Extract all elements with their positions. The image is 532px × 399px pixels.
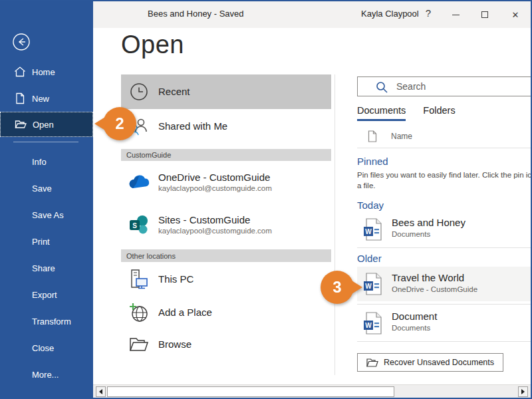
browse-folder-icon bbox=[128, 333, 150, 356]
this-pc-icon bbox=[128, 268, 150, 291]
place-recent[interactable]: Recent bbox=[121, 74, 331, 109]
new-document-icon bbox=[13, 92, 27, 105]
minimize-button[interactable] bbox=[444, 1, 467, 28]
sidebar-item-open-selected[interactable]: Open bbox=[0, 112, 93, 137]
page-title: Open bbox=[121, 31, 184, 59]
place-label: Browse bbox=[158, 338, 192, 350]
callout-badge-3: 3 bbox=[321, 269, 364, 305]
sharepoint-icon: S bbox=[128, 213, 150, 236]
scroll-right-button[interactable] bbox=[518, 386, 528, 397]
place-label: Add a Place bbox=[158, 307, 212, 319]
svg-text:W: W bbox=[365, 322, 372, 329]
place-browse[interactable]: Browse bbox=[121, 330, 331, 359]
open-folder-icon bbox=[14, 118, 27, 131]
divider bbox=[357, 341, 531, 342]
sidebar-item-print[interactable]: Print bbox=[0, 229, 93, 255]
place-this-pc[interactable]: This PC bbox=[121, 265, 331, 294]
sidebar-item-label: Home bbox=[32, 67, 55, 77]
svg-text:S: S bbox=[132, 222, 137, 229]
help-button[interactable]: ? bbox=[420, 7, 436, 19]
column-header-row[interactable]: Name bbox=[357, 130, 531, 144]
document-page-icon bbox=[367, 130, 378, 142]
recover-unsaved-documents-button[interactable]: Recover Unsaved Documents bbox=[357, 353, 503, 372]
svg-text:3: 3 bbox=[332, 278, 341, 296]
sidebar-item-save-as[interactable]: Save As bbox=[0, 202, 93, 229]
titlebar: Bees and Honey - Saved Kayla Claypool ? … bbox=[93, 1, 531, 28]
place-label: Shared with Me bbox=[158, 120, 227, 132]
place-subtitle: kaylaclaypool@customguide.com bbox=[158, 226, 272, 235]
divider bbox=[357, 247, 531, 248]
file-location: Documents bbox=[392, 324, 430, 332]
file-name: Document bbox=[392, 311, 437, 322]
backstage-sidebar: Home New Open Info Save Save As Print Sh… bbox=[0, 1, 93, 398]
account-user-name[interactable]: Kayla Claypool bbox=[361, 9, 419, 19]
section-heading-older: Older bbox=[357, 253, 531, 264]
svg-text:W: W bbox=[365, 283, 372, 290]
place-shared-with-me[interactable]: Shared with Me bbox=[121, 109, 331, 144]
sidebar-item-export[interactable]: Export bbox=[0, 282, 93, 309]
file-location: Documents bbox=[392, 230, 430, 238]
svg-text:2: 2 bbox=[115, 114, 124, 132]
files-panel: Documents Folders Name Pinned Pin files … bbox=[357, 76, 531, 372]
place-title: Sites - CustomGuide bbox=[158, 214, 272, 226]
sidebar-item-home[interactable]: Home bbox=[0, 60, 93, 84]
sidebar-separator bbox=[13, 142, 78, 142]
search-input[interactable] bbox=[396, 77, 531, 96]
sidebar-item-close[interactable]: Close bbox=[0, 335, 93, 362]
recover-folder-icon bbox=[366, 358, 378, 368]
file-row-travel-the-world[interactable]: W Travel the World OneDrive - CustomGuid… bbox=[357, 267, 531, 301]
place-sites[interactable]: S Sites - CustomGuide kaylaclaypool@cust… bbox=[121, 209, 331, 241]
files-tabs: Documents Folders bbox=[357, 105, 531, 121]
maximize-icon bbox=[481, 11, 488, 18]
sidebar-item-label: Open bbox=[33, 120, 54, 130]
backstage-main: Open Recent Shared with Me bbox=[93, 28, 531, 398]
scroll-right-icon bbox=[521, 389, 525, 394]
scroll-left-button[interactable] bbox=[96, 386, 106, 397]
word-document-icon: W bbox=[362, 312, 384, 334]
sidebar-item-new[interactable]: New bbox=[0, 86, 93, 110]
search-icon bbox=[375, 80, 388, 94]
panel-divider bbox=[334, 74, 335, 375]
add-place-globe-icon bbox=[128, 301, 150, 324]
scrollbar-thumb[interactable] bbox=[107, 386, 394, 397]
horizontal-scrollbar bbox=[93, 384, 531, 398]
tab-folders[interactable]: Folders bbox=[423, 105, 455, 121]
file-row-document[interactable]: W Document Documents bbox=[357, 308, 531, 338]
svg-text:W: W bbox=[365, 228, 372, 235]
group-header-other-locations: Other locations bbox=[121, 249, 331, 262]
place-label: This PC bbox=[158, 273, 194, 285]
place-subtitle: kaylaclaypool@customguide.com bbox=[158, 184, 272, 193]
section-heading-pinned: Pinned bbox=[357, 156, 531, 167]
maximize-button[interactable] bbox=[473, 1, 496, 28]
place-title: OneDrive - CustomGuide bbox=[158, 172, 272, 184]
document-title: Bees and Honey - Saved bbox=[148, 9, 244, 19]
place-onedrive[interactable]: OneDrive - CustomGuide kaylaclaypool@cus… bbox=[121, 166, 331, 198]
file-name: Travel the World bbox=[392, 272, 464, 283]
pinned-description: Pin files you want to easily find later.… bbox=[357, 170, 531, 191]
tab-documents[interactable]: Documents bbox=[357, 105, 406, 121]
sidebar-item-label: New bbox=[32, 94, 49, 104]
word-backstage-window: Bees and Honey - Saved Kayla Claypool ? … bbox=[0, 0, 532, 399]
back-button[interactable] bbox=[11, 32, 31, 52]
sidebar-item-transform[interactable]: Transform bbox=[0, 309, 93, 335]
divider bbox=[357, 148, 531, 148]
sidebar-item-save[interactable]: Save bbox=[0, 176, 93, 202]
search-box[interactable] bbox=[357, 76, 531, 96]
sidebar-item-info[interactable]: Info bbox=[0, 149, 93, 176]
callout-badge-2: 2 bbox=[92, 106, 136, 142]
home-icon bbox=[13, 65, 27, 78]
recover-button-label: Recover Unsaved Documents bbox=[384, 358, 494, 367]
file-row-bees-and-honey[interactable]: W Bees and Honey Documents bbox=[357, 214, 531, 245]
file-name: Bees and Honey bbox=[392, 217, 466, 228]
file-location: OneDrive - CustomGuide bbox=[392, 285, 477, 293]
place-label: Recent bbox=[158, 86, 190, 98]
close-button[interactable]: ✕ bbox=[504, 1, 527, 28]
onedrive-icon bbox=[128, 171, 150, 194]
sidebar-item-share[interactable]: Share bbox=[0, 255, 93, 282]
sidebar-item-more[interactable]: More... bbox=[0, 362, 93, 388]
minimize-icon bbox=[452, 15, 460, 15]
word-document-icon: W bbox=[362, 273, 384, 295]
place-add-a-place[interactable]: Add a Place bbox=[121, 297, 331, 329]
group-header-customguide: CustomGuide bbox=[121, 149, 331, 161]
divider bbox=[357, 304, 531, 305]
